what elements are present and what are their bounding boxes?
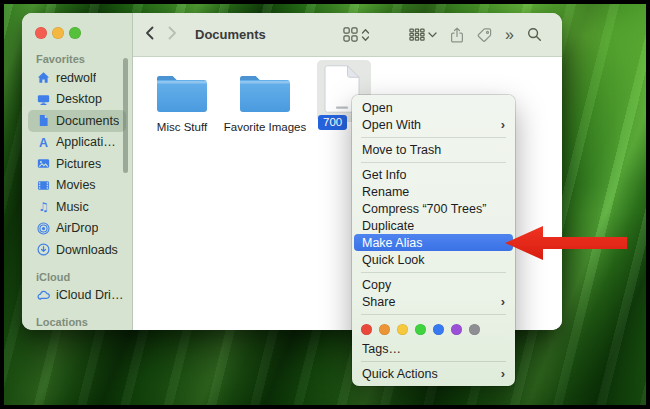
menu-item-open[interactable]: Open — [352, 99, 515, 116]
sidebar-section-favorites: Favorites — [28, 51, 126, 67]
forward-button[interactable] — [161, 22, 183, 48]
tags-icon[interactable] — [477, 27, 492, 42]
item-label: Misc Stuff — [139, 121, 225, 133]
sidebar-item-music[interactable]: ♫Music — [28, 196, 126, 218]
menu-item-compress-700-trees[interactable]: Compress “700 Trees” — [352, 200, 515, 217]
menu-item-duplicate[interactable]: Duplicate — [352, 217, 515, 234]
sidebar-item-label: Downloads — [56, 243, 118, 257]
document-icon — [36, 114, 50, 127]
tag-color-dot[interactable] — [451, 324, 462, 335]
search-icon[interactable] — [527, 27, 542, 42]
more-icon[interactable]: » — [505, 27, 514, 43]
finder-sidebar: FavoritesredwolfDesktopDocumentsAApplica… — [22, 13, 133, 330]
desktop-icon — [36, 93, 50, 106]
tag-color-dot[interactable] — [469, 324, 480, 335]
menu-item-quick-actions[interactable]: Quick Actions› — [352, 365, 515, 382]
folder-icon — [139, 66, 225, 114]
menu-item-quick-look[interactable]: Quick Look — [352, 251, 515, 268]
svg-text:♫: ♫ — [38, 201, 49, 214]
folder-item-misc-stuff[interactable]: Misc Stuff — [139, 66, 225, 133]
traffic-lights — [35, 27, 81, 39]
sidebar-item-redwolf[interactable]: redwolf — [28, 67, 126, 89]
menu-item-label: Copy — [362, 278, 505, 292]
item-label: Favorite Images — [222, 121, 308, 133]
menu-item-label: Compress “700 Trees” — [362, 202, 505, 216]
submenu-chevron-icon: › — [501, 295, 505, 308]
menu-separator — [361, 314, 506, 315]
share-icon[interactable] — [450, 27, 464, 43]
menu-item-share[interactable]: Share› — [352, 293, 515, 310]
sidebar-section-icloud: iCloud — [28, 269, 126, 285]
sidebar-item-documents[interactable]: Documents — [28, 110, 126, 132]
sidebar-section-locations: Locations — [28, 314, 126, 330]
chevron-left-icon — [145, 26, 155, 44]
close-button[interactable] — [35, 27, 47, 39]
folder-item-favorite-images[interactable]: Favorite Images — [222, 66, 308, 133]
sidebar-item-label: iCloud Dri… — [56, 288, 123, 302]
minimize-button[interactable] — [52, 27, 64, 39]
sort-chevrons-icon[interactable] — [361, 28, 370, 42]
group-by-icon[interactable] — [409, 28, 425, 41]
folder-icon — [222, 66, 308, 114]
menu-item-label: Get Info — [362, 168, 505, 182]
menu-item-make-alias[interactable]: Make Alias — [354, 234, 513, 251]
chevron-right-icon — [167, 26, 177, 44]
menu-item-label: Open With — [362, 118, 501, 132]
chevron-down-icon[interactable] — [428, 32, 437, 38]
sidebar-item-label: Applicati… — [56, 135, 116, 149]
svg-text:A: A — [39, 136, 48, 149]
context-menu: OpenOpen With›Move to TrashGet InfoRenam… — [352, 95, 515, 386]
sidebar-item-label: Pictures — [56, 157, 101, 171]
screenshot-stage: Documents — [0, 0, 650, 409]
menu-item-label: Share — [362, 295, 501, 309]
sidebar-item-airdrop[interactable]: AirDrop — [28, 218, 126, 240]
movies-icon — [36, 179, 50, 192]
sidebar-item-label: Music — [56, 200, 89, 214]
sidebar-scrollbar[interactable] — [123, 58, 128, 173]
tag-color-dot[interactable] — [415, 324, 426, 335]
downloads-icon — [36, 243, 50, 256]
home-icon — [36, 71, 50, 84]
sidebar-item-label: Documents — [56, 114, 119, 128]
sidebar-item-label: redwolf — [56, 71, 96, 85]
submenu-chevron-icon: › — [501, 118, 505, 131]
sidebar-item-applicati[interactable]: AApplicati… — [28, 132, 126, 154]
menu-separator — [361, 137, 506, 138]
sidebar-item-label: Movies — [56, 178, 96, 192]
menu-item-copy[interactable]: Copy — [352, 276, 515, 293]
window-title: Documents — [195, 27, 266, 42]
tag-color-dot[interactable] — [379, 324, 390, 335]
menu-item-label: Quick Actions — [362, 367, 501, 381]
menu-item-get-info[interactable]: Get Info — [352, 166, 515, 183]
menu-separator — [361, 162, 506, 163]
toolbar-actions: » — [341, 27, 562, 43]
airdrop-icon — [36, 222, 50, 235]
sidebar-item-pictures[interactable]: Pictures — [28, 153, 126, 175]
sidebar-item-downloads[interactable]: Downloads — [28, 239, 126, 261]
tag-color-dot[interactable] — [361, 324, 372, 335]
zoom-button[interactable] — [69, 27, 81, 39]
icloud-icon — [36, 289, 50, 302]
back-button[interactable] — [139, 22, 161, 48]
menu-item-label: Make Alias — [362, 236, 505, 250]
menu-item-rename[interactable]: Rename — [352, 183, 515, 200]
menu-separator — [361, 272, 506, 273]
submenu-chevron-icon: › — [501, 367, 505, 380]
tag-color-dot[interactable] — [397, 324, 408, 335]
sidebar-item-icloud-dri[interactable]: iCloud Dri… — [28, 285, 126, 307]
menu-item-move-to-trash[interactable]: Move to Trash — [352, 141, 515, 158]
menu-item-label: Tags… — [362, 342, 505, 356]
sidebar-list: FavoritesredwolfDesktopDocumentsAApplica… — [22, 51, 132, 330]
tag-color-dot[interactable] — [433, 324, 444, 335]
pictures-icon — [36, 157, 50, 170]
menu-item-tags[interactable]: Tags… — [352, 340, 515, 357]
menu-item-label: Rename — [362, 185, 505, 199]
finder-toolbar: Documents — [133, 13, 562, 57]
view-grid-icon[interactable] — [343, 27, 358, 42]
sidebar-item-desktop[interactable]: Desktop — [28, 89, 126, 111]
file-name-label-selected[interactable]: 700 — [318, 115, 347, 130]
menu-item-open-with[interactable]: Open With› — [352, 116, 515, 133]
sidebar-item-label: Desktop — [56, 92, 102, 106]
sidebar-item-movies[interactable]: Movies — [28, 175, 126, 197]
tag-color-row — [352, 318, 515, 340]
